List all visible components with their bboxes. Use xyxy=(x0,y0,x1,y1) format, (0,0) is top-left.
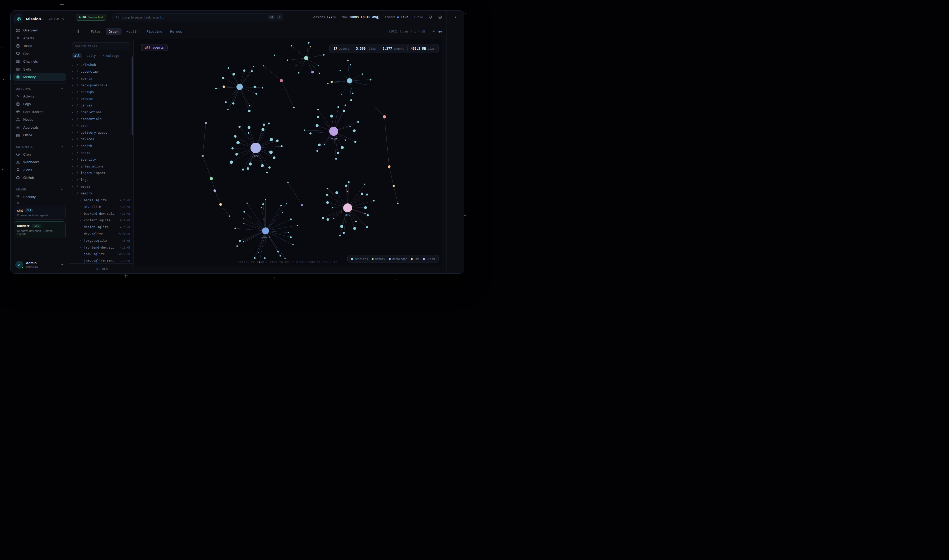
graph-satellite-node[interactable] xyxy=(276,140,279,142)
filter-all[interactable]: all xyxy=(72,53,82,58)
graph-satellite-node[interactable] xyxy=(262,87,263,88)
graph-satellite-node[interactable] xyxy=(290,236,292,238)
graph-satellite-node[interactable] xyxy=(254,257,255,259)
graph-satellite-node[interactable] xyxy=(317,150,318,152)
graph-node[interactable] xyxy=(229,215,230,217)
graph-node[interactable] xyxy=(205,122,207,124)
graph-satellite-node[interactable] xyxy=(232,73,235,75)
sidebar-item-approvals[interactable]: Approvals xyxy=(13,124,66,132)
graph-satellite-node[interactable] xyxy=(237,245,238,247)
graph-satellite-node[interactable] xyxy=(335,158,337,160)
graph-satellite-node[interactable] xyxy=(248,132,249,134)
file-search-input[interactable] xyxy=(72,42,130,50)
refresh-button[interactable]: refresh xyxy=(94,267,108,271)
graph-satellite-node[interactable] xyxy=(353,129,355,132)
graph-satellite-node[interactable] xyxy=(261,164,264,167)
graph-satellite-node[interactable] xyxy=(254,86,256,88)
graph-node[interactable] xyxy=(301,204,303,206)
feedback-smiley-icon[interactable] xyxy=(438,15,442,19)
graph-satellite-node[interactable] xyxy=(215,88,217,89)
sidebar-item-skills[interactable]: Skills xyxy=(13,66,66,74)
tree-scrollbar[interactable] xyxy=(132,56,132,135)
graph-node[interactable] xyxy=(210,177,213,180)
panel-collapse-chevron-icon[interactable] xyxy=(453,15,457,19)
file-row-content-sqlite[interactable]: ~content.sqlite6.3 MB xyxy=(72,217,130,224)
graph-node[interactable] xyxy=(311,71,314,74)
graph-satellite-node[interactable] xyxy=(355,221,357,222)
graph-hub-node[interactable] xyxy=(237,84,243,90)
graph-satellite-node[interactable] xyxy=(249,105,251,106)
graph-satellite-node[interactable] xyxy=(341,146,344,149)
graph-satellite-node[interactable] xyxy=(229,161,233,164)
graph-satellite-node[interactable] xyxy=(339,235,341,236)
graph-satellite-node[interactable] xyxy=(243,223,245,224)
graph-satellite-node[interactable] xyxy=(285,258,286,259)
sidebar-item-github[interactable]: GitHub xyxy=(13,174,66,182)
graph-satellite-node[interactable] xyxy=(268,123,270,125)
memory-graph[interactable]: jarvforgedevresearch xyxy=(134,39,442,266)
folder-row-health[interactable]: ▸/health xyxy=(72,143,130,149)
tab-graph[interactable]: Graph xyxy=(106,28,122,35)
graph-node[interactable] xyxy=(388,165,391,168)
graph-satellite-node[interactable] xyxy=(327,83,328,84)
graph-satellite-node[interactable] xyxy=(248,109,251,112)
graph-satellite-node[interactable] xyxy=(310,46,311,47)
graph-satellite-node[interactable] xyxy=(231,147,234,149)
folder-row-backups[interactable]: ▸/backups xyxy=(72,88,130,95)
graph-satellite-node[interactable] xyxy=(345,104,346,106)
graph-satellite-node[interactable] xyxy=(337,106,339,108)
sidebar-item-cron[interactable]: Cron xyxy=(13,151,66,158)
graph-satellite-node[interactable] xyxy=(248,126,251,129)
graph-satellite-node[interactable] xyxy=(354,141,357,143)
folder-row-agents[interactable]: ▸/agents xyxy=(72,75,130,82)
sidebar-item-nodes[interactable]: Nodes xyxy=(13,116,66,124)
graph-satellite-node[interactable] xyxy=(290,218,292,220)
graph-satellite-node[interactable] xyxy=(357,121,359,123)
graph-satellite-node[interactable] xyxy=(361,192,363,195)
graph-node[interactable] xyxy=(293,107,295,108)
graph-satellite-node[interactable] xyxy=(225,101,227,103)
graph-node[interactable] xyxy=(392,185,395,187)
graph-satellite-node[interactable] xyxy=(234,135,237,138)
graph-satellite-node[interactable] xyxy=(255,93,257,95)
graph-satellite-node[interactable] xyxy=(222,77,224,79)
folder-row-delivery-queue[interactable]: ▸/delivery-queue xyxy=(72,129,130,136)
folder-row-credentials[interactable]: ▸/credentials xyxy=(72,116,130,123)
sidebar-item-office[interactable]: Office xyxy=(13,131,66,139)
graph-satellite-node[interactable] xyxy=(246,203,248,204)
graph-satellite-node[interactable] xyxy=(331,81,333,83)
graph-satellite-node[interactable] xyxy=(370,79,371,81)
graph-satellite-node[interactable] xyxy=(304,129,305,131)
graph-satellite-node[interactable] xyxy=(288,232,289,233)
graph-satellite-node[interactable] xyxy=(365,85,366,86)
folder-row-media[interactable]: ▸/media xyxy=(72,183,130,190)
graph-satellite-node[interactable] xyxy=(262,203,264,205)
graph-satellite-node[interactable] xyxy=(316,124,318,127)
graph-node[interactable] xyxy=(263,65,264,66)
graph-satellite-node[interactable] xyxy=(235,153,238,155)
graph-node[interactable] xyxy=(397,203,399,204)
graph-satellite-node[interactable] xyxy=(242,169,244,170)
graph-satellite-node[interactable] xyxy=(367,214,369,216)
graph-satellite-node[interactable] xyxy=(318,65,318,66)
sidebar-item-memory[interactable]: Memory xyxy=(13,73,66,81)
graph-satellite-node[interactable] xyxy=(243,69,245,72)
graph-satellite-node[interactable] xyxy=(326,218,329,220)
sidebar-item-chat[interactable]: Chat xyxy=(13,50,66,58)
global-search[interactable]: ⌘K / xyxy=(112,13,284,22)
file-row-backend-dev-sql-[interactable]: ~backend-dev.sql…4.2 MB xyxy=(72,210,130,217)
graph-satellite-node[interactable] xyxy=(223,85,225,88)
chevron-down-icon[interactable] xyxy=(60,145,63,149)
graph-satellite-node[interactable] xyxy=(345,140,346,141)
graph-satellite-node[interactable] xyxy=(249,162,252,166)
graph-satellite-node[interactable] xyxy=(280,255,281,257)
graph-satellite-node[interactable] xyxy=(251,70,253,72)
graph-satellite-node[interactable] xyxy=(280,205,282,206)
graph-satellite-node[interactable] xyxy=(349,126,351,127)
tab-files[interactable]: Files xyxy=(88,28,104,35)
folder-row-identity[interactable]: ▸/identity xyxy=(72,156,130,163)
file-row-ai-sqlite[interactable]: ~ai.sqlite4.2 MB xyxy=(72,203,130,210)
graph-satellite-node[interactable] xyxy=(308,42,310,43)
graph-satellite-node[interactable] xyxy=(298,72,299,74)
graph-satellite-node[interactable] xyxy=(324,144,325,145)
